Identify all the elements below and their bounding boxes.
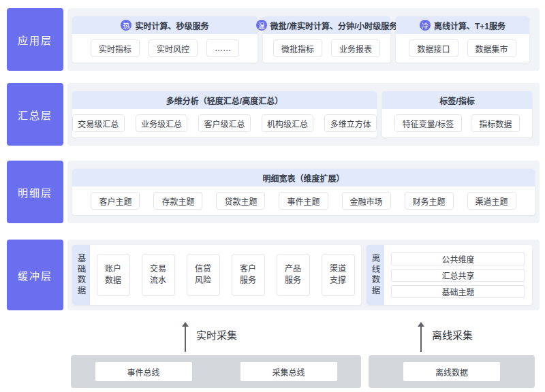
item-box: 数据集市 xyxy=(467,39,516,57)
group-warm-body: 微批指标 业务报表 xyxy=(263,34,390,63)
item-box: 公共维度 xyxy=(391,252,525,265)
group-base-data: 基础数据 账户数据 交易流水 信贷风险 客户服务 产品服务 渠道支撑 xyxy=(72,245,361,305)
item-box: 金融市场 xyxy=(342,192,391,210)
item-box: 账户数据 xyxy=(97,254,130,296)
layer-track-summary: 多维分析（轻度汇总/高度汇总） 交易级汇总 业务级汇总 客户级汇总 机构级汇总 … xyxy=(67,83,540,146)
group-offline-data: 离线数据 公共维度 汇总共享 基础主题 xyxy=(367,245,532,305)
flow-label-offline: 离线采集 xyxy=(432,327,473,342)
item-box: 产品服务 xyxy=(277,254,310,296)
item-box: 业务级汇总 xyxy=(136,114,188,132)
layer-row-detail: 明细层 明细宽表（维度扩展） 客户主题 存款主题 贷款主题 事件主题 金融市场 … xyxy=(7,161,540,223)
group-cold-services: 冷 离线计算、T+1服务 数据接口 数据集市 xyxy=(396,16,529,63)
group-base-data-body: 账户数据 交易流水 信贷风险 客户服务 产品服务 渠道支撑 xyxy=(90,245,361,305)
item-box: 渠道支撑 xyxy=(322,254,355,296)
group-multidim-header: 多维分析（轻度汇总/高度汇总） xyxy=(72,91,377,109)
item-box: 数据接口 xyxy=(409,39,458,57)
up-arrow-realtime-icon xyxy=(181,322,189,352)
arrow-head-icon xyxy=(418,322,424,327)
hot-badge-icon: 热 xyxy=(121,20,131,31)
warm-badge-icon: 温 xyxy=(256,20,267,31)
layer-label-buffer: 缓冲层 xyxy=(7,240,63,310)
item-box: 指标数据 xyxy=(471,114,520,132)
group-multidim-title: 多维分析（轻度汇总/高度汇总） xyxy=(166,95,283,106)
group-wide-table-title: 明细宽表（维度扩展） xyxy=(262,172,344,184)
group-tags-body: 特征变量/标签 指标数据 xyxy=(382,109,532,137)
architecture-diagram: 应用层 热 实时计算、秒级服务 实时指标 实时风控 …… 温 微批/准实时计算、… xyxy=(0,0,545,392)
group-hot-body: 实时指标 实时风控 …… xyxy=(72,34,258,63)
item-box: 渠道主题 xyxy=(467,192,516,210)
group-warm-services: 温 微批/准实时计算、分钟/小时级服务 微批指标 业务报表 xyxy=(263,16,390,63)
item-box: 实时指标 xyxy=(91,39,140,57)
item-box: 交易级汇总 xyxy=(72,114,125,132)
bus-item: 离线数据 xyxy=(403,362,500,381)
bus-bar-collect: 事件总线 采集总线 xyxy=(71,355,361,388)
group-cold-header: 冷 离线计算、T+1服务 xyxy=(396,16,529,34)
group-base-data-side-label: 基础数据 xyxy=(72,245,90,305)
item-box: 存款主题 xyxy=(153,192,202,210)
item-box: 贷款主题 xyxy=(216,192,265,210)
item-box: 多维立方体 xyxy=(324,114,377,132)
arrow-line xyxy=(185,327,186,352)
layer-label-application: 应用层 xyxy=(7,8,63,71)
group-multidim-body: 交易级汇总 业务级汇总 客户级汇总 机构级汇总 多维立方体 xyxy=(72,109,377,137)
item-box: 财务主题 xyxy=(405,192,454,210)
item-box: …… xyxy=(206,39,239,57)
arrow-line xyxy=(420,327,422,352)
layer-label-detail: 明细层 xyxy=(7,161,63,223)
group-cold-title: 离线计算、T+1服务 xyxy=(434,20,505,31)
up-arrow-offline-icon xyxy=(417,322,425,352)
layer-track-buffer: 基础数据 账户数据 交易流水 信贷风险 客户服务 产品服务 渠道支撑 离线数据 … xyxy=(67,240,540,310)
group-hot-title: 实时计算、秒级服务 xyxy=(135,20,208,31)
item-box: 业务报表 xyxy=(331,39,380,57)
group-tags-header: 标签/指标 xyxy=(382,91,532,109)
cold-badge-icon: 冷 xyxy=(420,20,431,31)
group-warm-title: 微批/准实时计算、分钟/小时级服务 xyxy=(270,20,398,31)
flow-label-realtime: 实时采集 xyxy=(196,327,237,342)
item-box: 信贷风险 xyxy=(187,254,220,296)
item-box: 基础主题 xyxy=(391,285,525,298)
bus-item: 事件总线 xyxy=(95,362,192,381)
item-box: 客户主题 xyxy=(91,192,140,210)
group-hot-services: 热 实时计算、秒级服务 实时指标 实时风控 …… xyxy=(72,16,258,63)
item-box: 客户级汇总 xyxy=(198,114,251,132)
item-box: 事件主题 xyxy=(279,192,328,210)
item-box: 特征变量/标签 xyxy=(394,114,462,132)
item-box: 实时风控 xyxy=(149,39,198,57)
bus-item: 采集总线 xyxy=(240,362,337,381)
group-wide-table-header: 明细宽表（维度扩展） xyxy=(72,169,535,186)
layer-track-detail: 明细宽表（维度扩展） 客户主题 存款主题 贷款主题 事件主题 金融市场 财务主题… xyxy=(67,161,540,223)
group-warm-header: 温 微批/准实时计算、分钟/小时级服务 xyxy=(263,16,390,34)
group-tags-metrics: 标签/指标 特征变量/标签 指标数据 xyxy=(382,91,532,137)
item-box: 微批指标 xyxy=(273,39,322,57)
layer-track-application: 热 实时计算、秒级服务 实时指标 实时风控 …… 温 微批/准实时计算、分钟/小… xyxy=(67,8,540,71)
group-multidim-analysis: 多维分析（轻度汇总/高度汇总） 交易级汇总 业务级汇总 客户级汇总 机构级汇总 … xyxy=(72,91,377,137)
item-box: 交易流水 xyxy=(142,254,175,296)
group-cold-body: 数据接口 数据集市 xyxy=(396,34,529,63)
group-offline-data-side-label: 离线数据 xyxy=(367,245,384,305)
group-wide-table: 明细宽表（维度扩展） 客户主题 存款主题 贷款主题 事件主题 金融市场 财务主题… xyxy=(72,169,535,215)
item-box: 机构级汇总 xyxy=(262,114,314,132)
arrow-head-icon xyxy=(182,322,189,327)
item-box: 汇总共享 xyxy=(391,269,525,282)
layer-label-summary: 汇总层 xyxy=(7,83,63,146)
layer-row-application: 应用层 热 实时计算、秒级服务 实时指标 实时风控 …… 温 微批/准实时计算、… xyxy=(7,8,540,71)
group-tags-title: 标签/指标 xyxy=(439,95,474,106)
layer-row-summary: 汇总层 多维分析（轻度汇总/高度汇总） 交易级汇总 业务级汇总 客户级汇总 机构… xyxy=(7,83,540,146)
group-wide-table-body: 客户主题 存款主题 贷款主题 事件主题 金融市场 财务主题 渠道主题 xyxy=(72,186,535,215)
group-hot-header: 热 实时计算、秒级服务 xyxy=(72,16,258,34)
group-offline-data-body: 公共维度 汇总共享 基础主题 xyxy=(384,245,532,305)
item-box: 客户服务 xyxy=(232,254,265,296)
bus-bar-offline: 离线数据 xyxy=(369,355,535,388)
layer-row-buffer: 缓冲层 基础数据 账户数据 交易流水 信贷风险 客户服务 产品服务 渠道支撑 离… xyxy=(7,240,540,310)
